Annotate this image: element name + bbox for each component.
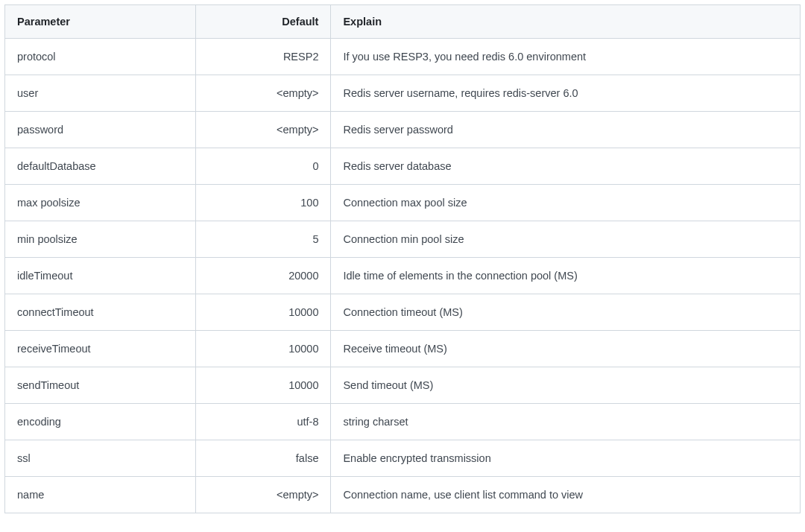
table-row: receiveTimeout 10000 Receive timeout (MS… (5, 331, 801, 367)
header-default: Default (196, 5, 331, 39)
table-row: protocol RESP2 If you use RESP3, you nee… (5, 39, 801, 75)
table-row: idleTimeout 20000 Idle time of elements … (5, 258, 801, 294)
table-row: password <empty> Redis server password (5, 112, 801, 148)
table-row: user <empty> Redis server username, requ… (5, 75, 801, 112)
cell-explain: Connection max pool size (331, 185, 801, 221)
cell-default: 10000 (196, 331, 331, 367)
cell-explain: Connection timeout (MS) (331, 294, 801, 331)
cell-parameter: ssl (5, 440, 196, 477)
cell-explain: Redis server username, requires redis-se… (331, 75, 801, 112)
cell-parameter: protocol (5, 39, 196, 75)
cell-parameter: max poolsize (5, 185, 196, 221)
cell-default: <empty> (196, 477, 331, 513)
table-row: ssl false Enable encrypted transmission (5, 440, 801, 477)
cell-explain: If you use RESP3, you need redis 6.0 env… (331, 39, 801, 75)
table-row: defaultDatabase 0 Redis server database (5, 148, 801, 185)
cell-default: 10000 (196, 367, 331, 404)
cell-explain: string charset (331, 404, 801, 440)
cell-default: RESP2 (196, 39, 331, 75)
table-row: name <empty> Connection name, use client… (5, 477, 801, 513)
cell-default: 0 (196, 148, 331, 185)
cell-explain: Connection min pool size (331, 221, 801, 258)
cell-default: 10000 (196, 294, 331, 331)
table-row: sendTimeout 10000 Send timeout (MS) (5, 367, 801, 404)
cell-explain: Redis server database (331, 148, 801, 185)
table-header-row: Parameter Default Explain (5, 5, 801, 39)
cell-explain: Send timeout (MS) (331, 367, 801, 404)
cell-parameter: connectTimeout (5, 294, 196, 331)
table-row: encoding utf-8 string charset (5, 404, 801, 440)
cell-parameter: sendTimeout (5, 367, 196, 404)
cell-explain: Idle time of elements in the connection … (331, 258, 801, 294)
cell-parameter: idleTimeout (5, 258, 196, 294)
cell-default: false (196, 440, 331, 477)
cell-default: utf-8 (196, 404, 331, 440)
cell-explain: Redis server password (331, 112, 801, 148)
header-parameter: Parameter (5, 5, 196, 39)
header-explain: Explain (331, 5, 801, 39)
table-row: connectTimeout 10000 Connection timeout … (5, 294, 801, 331)
parameters-table: Parameter Default Explain protocol RESP2… (4, 4, 801, 513)
table-row: max poolsize 100 Connection max pool siz… (5, 185, 801, 221)
cell-default: <empty> (196, 75, 331, 112)
cell-explain: Receive timeout (MS) (331, 331, 801, 367)
cell-default: <empty> (196, 112, 331, 148)
cell-parameter: password (5, 112, 196, 148)
cell-parameter: user (5, 75, 196, 112)
cell-parameter: name (5, 477, 196, 513)
cell-parameter: defaultDatabase (5, 148, 196, 185)
cell-default: 100 (196, 185, 331, 221)
cell-parameter: min poolsize (5, 221, 196, 258)
cell-default: 5 (196, 221, 331, 258)
cell-default: 20000 (196, 258, 331, 294)
cell-explain: Enable encrypted transmission (331, 440, 801, 477)
table-row: min poolsize 5 Connection min pool size (5, 221, 801, 258)
cell-explain: Connection name, use client list command… (331, 477, 801, 513)
cell-parameter: encoding (5, 404, 196, 440)
cell-parameter: receiveTimeout (5, 331, 196, 367)
